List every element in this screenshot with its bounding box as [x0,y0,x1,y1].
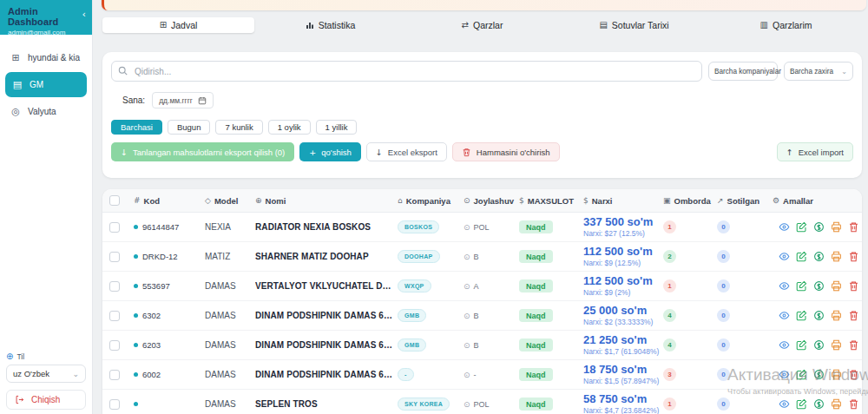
product-model: MATIZ [205,252,230,261]
chevron-down-icon: ⌄ [72,370,79,378]
row-checkbox[interactable] [109,340,120,351]
print-button[interactable] [830,398,842,411]
tab-jadval[interactable]: ⊞ Jadval [102,17,254,33]
sidebar-item-gm[interactable]: ▤ GM [5,72,87,97]
view-button[interactable] [778,339,790,352]
period-chip-1-yillik[interactable]: 1 yillik [316,120,358,135]
delete-button[interactable] [847,339,859,352]
col-nomi: Nomi [266,196,286,206]
tab-label: Qarzlarim [773,20,812,30]
tab-qarzlar[interactable]: ⇄ Qarzlar [406,17,558,33]
notification-banner [102,0,866,10]
sidebar-item-valyuta[interactable]: ◎ Valyuta [0,100,92,123]
printer-icon [831,369,842,380]
select-all-checkbox[interactable] [109,195,120,206]
search-input[interactable] [111,61,702,82]
company-filter-select[interactable]: Barcha kompaniyalar ⌄ [708,62,778,81]
print-button[interactable] [830,221,842,233]
delete-button[interactable] [847,310,859,322]
plus-icon: + [309,148,316,157]
edit-button[interactable] [795,339,807,352]
pencil-square-icon [796,280,807,292]
edit-button[interactable] [795,310,807,322]
product-code: 6302 [142,311,161,320]
edit-button[interactable] [795,369,807,381]
date-placeholder: дд.мм.гггг [159,96,193,105]
col-omborda: Omborda [674,196,711,206]
edit-button[interactable] [795,280,807,292]
sell-button[interactable] [812,251,825,263]
product-code: 6203 [142,340,161,350]
stock-badge: 4 [663,338,676,352]
stock-dot-icon [134,254,138,259]
edit-button[interactable] [795,251,807,263]
price-sum: 25 000 so'm [583,305,647,318]
sidebar-menu: ⊞ hyundai & kia ▤ GM ◎ Valyuta [0,35,92,123]
print-button[interactable] [830,251,842,263]
delete-button[interactable] [847,398,859,411]
logout-button[interactable]: Chiqish [6,390,86,410]
tab-label: Jadval [171,20,197,30]
stock-filter-select[interactable]: Barcha zaxira ⌄ [784,62,853,81]
view-button[interactable] [778,280,790,292]
edit-button[interactable] [795,221,807,233]
period-chip-bugun[interactable]: Bugun [168,120,210,135]
period-chip-7-kunlik[interactable]: 7 kunlik [215,120,262,135]
product-model: DAMAS [205,281,236,291]
view-button[interactable] [778,221,790,233]
price-usd: Narxi: $1,5 (57.8947%) [583,377,659,385]
pencil-square-icon [796,369,807,380]
product-model: DAMAS [205,370,236,379]
view-button[interactable] [778,398,790,411]
excel-export-button[interactable]: ↓ Excel eksport [366,142,447,161]
delete-button[interactable] [847,369,859,381]
sell-button[interactable] [812,339,825,352]
sell-button[interactable] [812,280,825,292]
view-button[interactable] [778,251,790,263]
edit-button[interactable] [795,398,807,411]
view-button[interactable] [778,310,790,322]
add-product-button[interactable]: + qo'shish [299,142,361,161]
pencil-square-icon [796,310,807,321]
view-button[interactable] [778,369,790,381]
print-button[interactable] [830,310,842,322]
delete-button[interactable] [847,251,859,263]
row-checkbox[interactable] [109,222,120,233]
sell-button[interactable] [812,221,825,233]
row-checkbox[interactable] [109,311,120,321]
print-button[interactable] [830,280,842,292]
delete-button[interactable] [847,221,859,233]
sell-button[interactable] [812,398,825,411]
print-button[interactable] [830,369,842,381]
user-email: admin@gmail.com [8,29,84,36]
row-checkbox[interactable] [109,370,120,380]
excel-import-button[interactable]: ↑ Excel import [777,142,853,161]
row-checkbox[interactable] [109,252,120,262]
dollar-circle-icon [813,280,825,292]
row-checkbox[interactable] [109,281,120,292]
sidebar-collapse-icon[interactable]: ‹ [82,10,86,19]
stock-badge: 1 [663,220,676,233]
trash-icon [848,398,859,410]
tab-qarzlarim[interactable]: ▥ Qarzlarim [710,17,862,33]
date-input[interactable]: дд.мм.гггг [152,92,214,108]
eye-icon [779,398,790,410]
stock-dot-icon [134,372,138,377]
eye-icon [779,310,790,321]
period-chip-1-oylik[interactable]: 1 oylik [268,120,311,135]
sell-button[interactable] [812,369,825,381]
language-select[interactable]: uz O'zbek ⌄ [6,365,86,383]
sell-button[interactable] [812,310,825,322]
tab-sotuvlar-tarixi[interactable]: ▤ Sotuvlar Tarixi [558,17,710,33]
print-button[interactable] [830,339,842,352]
delete-button[interactable] [847,280,859,292]
tab-statistika[interactable]: Statistika [254,17,406,33]
dollar-circle-icon [813,339,825,351]
export-selected-button[interactable]: ↓ Tanlangan mahsulotlarni eksport qilish… [111,142,294,161]
sidebar-item-hyundai-kia[interactable]: ⊞ hyundai & kia [0,46,92,69]
stock-badge: 3 [663,368,676,381]
period-chip-barchasi[interactable]: Barchasi [111,120,162,135]
delete-all-button[interactable]: Hammasini o'chirish [452,142,560,161]
row-checkbox[interactable] [109,399,120,410]
location-label: POL [474,223,490,232]
